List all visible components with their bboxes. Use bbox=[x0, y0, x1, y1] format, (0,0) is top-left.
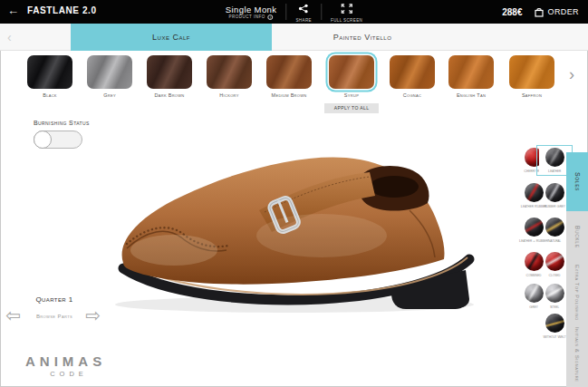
apply-to-all-button[interactable]: APPLY TO ALL bbox=[324, 103, 379, 113]
material-label: Medium Brown bbox=[259, 92, 319, 98]
fullscreen-button[interactable]: FULL SCREEN bbox=[331, 1, 362, 23]
sidebar-tab-soles[interactable]: Soles bbox=[566, 152, 588, 211]
material-swatch-syrup-selected[interactable] bbox=[329, 55, 374, 89]
material-label: Syrup bbox=[322, 92, 381, 98]
fullscreen-icon bbox=[341, 4, 352, 14]
tab-luxe-calf[interactable]: Luxe Calf bbox=[71, 24, 272, 51]
current-part-title: Quarter 1 bbox=[18, 295, 91, 304]
configurator-app: ← FASTLANE 2.0 Single Monk PRODUCT INFO … bbox=[0, 0, 588, 387]
animas-logo-subtext: CODE bbox=[25, 370, 112, 378]
tab-painted-vitello[interactable]: Painted Vitello bbox=[272, 24, 453, 51]
divider bbox=[321, 4, 322, 20]
sole-option[interactable]: Without Welt bbox=[539, 314, 570, 339]
material-label: Cognac bbox=[382, 92, 442, 98]
product-info-button[interactable]: PRODUCT INFO i bbox=[226, 15, 277, 20]
info-icon: i bbox=[268, 15, 274, 20]
sole-swatch-without-welt bbox=[545, 314, 564, 333]
product-title: Single Monk bbox=[226, 5, 277, 15]
sole-option-label: Without Welt bbox=[539, 334, 570, 339]
order-button[interactable]: ORDER bbox=[535, 7, 579, 17]
material-label: Dark Brown bbox=[140, 92, 199, 98]
material-swatch-medium-brown[interactable] bbox=[266, 55, 312, 89]
sidebar-tab-initials-signature[interactable]: Initials & Signature bbox=[566, 323, 588, 387]
sole-swatch-steel bbox=[545, 284, 564, 303]
topbar-center-group: Single Monk PRODUCT INFO i SHARE bbox=[226, 0, 362, 24]
sole-option-label: Natural bbox=[539, 238, 570, 243]
material-swatch-english-tan[interactable] bbox=[448, 55, 494, 89]
brand-logo: FASTLANE 2.0 bbox=[27, 5, 97, 15]
sole-option[interactable]: Natural bbox=[539, 218, 570, 243]
material-label: Saffron bbox=[502, 92, 562, 98]
sole-option[interactable]: Steel bbox=[539, 284, 570, 309]
burnishing-status-label: Burnishing Status bbox=[34, 120, 90, 126]
fullscreen-label: FULL SCREEN bbox=[331, 18, 362, 23]
product-info-label: PRODUCT INFO bbox=[229, 15, 265, 19]
back-arrow-icon[interactable]: ← bbox=[7, 4, 19, 17]
sole-swatch-natural bbox=[545, 218, 564, 237]
share-label: SHARE bbox=[295, 18, 312, 23]
sole-swatch-leather bbox=[545, 148, 564, 167]
price: 288€ bbox=[502, 7, 522, 17]
bag-icon bbox=[535, 7, 544, 17]
toggle-knob bbox=[34, 131, 52, 149]
material-swatch-grey[interactable] bbox=[87, 55, 132, 89]
product-title-block: Single Monk PRODUCT INFO i bbox=[226, 5, 277, 20]
material-label: Hickory bbox=[199, 92, 259, 98]
previous-part-arrow-icon[interactable]: ⇦ bbox=[5, 306, 21, 324]
material-swatch-saffron[interactable] bbox=[509, 55, 554, 89]
shoe-3d-viewport[interactable] bbox=[100, 125, 525, 320]
material-swatch-dark-brown[interactable] bbox=[147, 55, 192, 89]
browse-parts-label: Browse Parts bbox=[18, 314, 91, 319]
animas-logo: ANIMAS bbox=[25, 353, 106, 369]
sole-option[interactable]: Rubber Grey bbox=[539, 183, 570, 208]
sole-option-label: Steel bbox=[539, 305, 570, 309]
sole-option-selected[interactable]: Leather bbox=[539, 148, 570, 173]
chevron-right-icon[interactable]: › bbox=[569, 65, 574, 84]
material-swatch-hickory[interactable] bbox=[207, 55, 252, 89]
share-icon bbox=[299, 4, 309, 14]
shoe-render bbox=[100, 125, 525, 320]
share-button[interactable]: SHARE bbox=[295, 1, 312, 23]
next-part-arrow-icon[interactable]: ⇨ bbox=[85, 306, 101, 324]
material-tab-bar: ‹ Luxe Calf Painted Vitello bbox=[0, 24, 588, 51]
topbar-right-group: 288€ ORDER bbox=[502, 0, 579, 24]
sole-option-label: Closed bbox=[539, 273, 570, 277]
sole-option-label: Leather bbox=[539, 169, 570, 173]
top-bar: ← FASTLANE 2.0 Single Monk PRODUCT INFO … bbox=[0, 0, 588, 24]
chevron-left-icon[interactable]: ‹ bbox=[7, 30, 12, 44]
sidebar-tab-buckle[interactable]: Buckle bbox=[566, 211, 588, 263]
burnishing-toggle[interactable] bbox=[34, 131, 82, 149]
material-label: Grey bbox=[80, 92, 140, 98]
sole-option-label: Rubber Grey bbox=[539, 204, 570, 208]
sole-option[interactable]: Closed bbox=[539, 252, 570, 277]
material-label: Black bbox=[20, 92, 80, 98]
material-swatch-cognac[interactable] bbox=[390, 55, 435, 89]
sidebar-tab-extra-top-polishing[interactable]: Extra Top Polishing bbox=[566, 263, 588, 323]
sole-swatch-rubber-grey bbox=[545, 183, 564, 202]
material-swatch-black[interactable] bbox=[27, 55, 72, 89]
order-label: ORDER bbox=[547, 7, 579, 16]
sole-swatch-closed bbox=[545, 252, 564, 271]
divider bbox=[285, 4, 286, 20]
material-label: English Tan bbox=[441, 92, 501, 98]
